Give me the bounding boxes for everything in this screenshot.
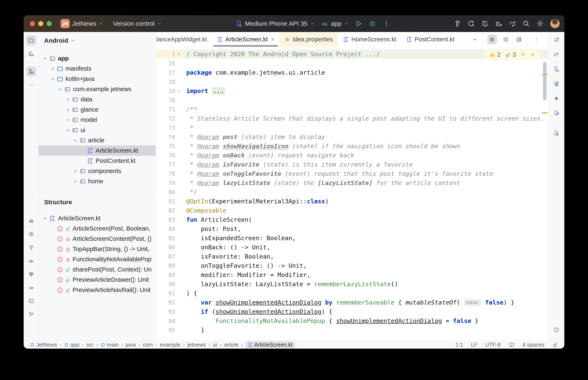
gutter-line-73[interactable]: 73 <box>156 123 184 132</box>
inspection-widget[interactable]: 2 3 <box>485 49 540 60</box>
gutter-line-90[interactable]: 90 <box>156 280 184 289</box>
design-view-button[interactable] <box>514 35 524 44</box>
chevron-down-icon[interactable] <box>49 76 56 83</box>
code-line-70[interactable]: 70 <box>156 95 548 105</box>
chevron-right-icon[interactable] <box>49 65 56 72</box>
run-button[interactable] <box>355 20 363 27</box>
inspection-bubble-icon[interactable] <box>509 342 515 348</box>
code-line-83[interactable]: 83fun ArticleScreen( <box>156 215 548 224</box>
attach-debugger-icon[interactable] <box>495 20 502 27</box>
chevron-down-icon[interactable] <box>64 127 71 134</box>
tab-lanceappwidget-kt[interactable]: lanceAppWidget.kt <box>156 32 212 47</box>
unlock-icon[interactable] <box>552 342 558 348</box>
user-avatar[interactable] <box>550 19 560 28</box>
more-actions-kebab[interactable] <box>383 20 390 27</box>
gutter-line-86[interactable]: 86 <box>156 243 184 252</box>
project-item-kotlin-java[interactable]: kotlin+java <box>39 74 156 84</box>
fold-arrow-icon[interactable] <box>175 88 183 94</box>
tab-list-dropdown-button[interactable] <box>470 35 480 44</box>
project-item-articlescreen-kt[interactable]: ArticleScreen.kt <box>39 146 156 156</box>
project-item-postcontent-kt[interactable]: PostContent.kt <box>39 156 156 166</box>
project-item-model[interactable]: model <box>39 115 156 125</box>
code-line-90[interactable]: 90 lazyListState: LazyListState = rememb… <box>156 280 548 289</box>
profiler-icon[interactable] <box>509 20 516 27</box>
code-line-95[interactable]: 95 } <box>156 325 548 335</box>
chevron-right-icon[interactable] <box>72 178 79 185</box>
code-line-85[interactable]: 85 isExpandedScreen: Boolean, <box>156 233 548 243</box>
breadcrumb-src[interactable]: src <box>86 342 94 348</box>
code-line-72[interactable]: 72 * Stateless Article Screen that displ… <box>156 114 548 123</box>
project-toolwindow-button[interactable] <box>26 35 36 45</box>
structure-item-articlescreen-post-boolean-[interactable]: fArticleScreen(Post, Boolean, <box>39 224 156 234</box>
indent-setting[interactable]: 4 spaces <box>523 342 544 348</box>
structure-toolwindow-button[interactable] <box>26 66 36 76</box>
editor-options-kebab[interactable] <box>531 35 541 44</box>
breadcrumb-jetnews[interactable]: JetNews <box>30 342 57 348</box>
chevron-right-icon[interactable] <box>72 168 79 175</box>
gutter-line-75[interactable]: 75 <box>156 141 184 151</box>
code-line-87[interactable]: 87 isFavorite: Boolean, <box>156 252 548 261</box>
project-item-home[interactable]: home <box>39 176 156 187</box>
gutter-line-85[interactable]: 85 <box>156 233 184 243</box>
code-line-88[interactable]: 88 onToggleFavorite: () -> Unit, <box>156 261 548 270</box>
vcs-menu[interactable]: Version control <box>113 20 162 27</box>
run-configuration-selector[interactable]: app <box>321 20 349 27</box>
gutter-line-17[interactable]: 17 <box>156 68 184 77</box>
tab-postcontent-kt[interactable]: PostContent.kt <box>401 32 460 47</box>
code-line-17[interactable]: 17package com.example.jetnews.ui.article <box>156 68 548 77</box>
breadcrumb-articlescreen-kt[interactable]: ArticleScreen.kt <box>245 341 295 348</box>
problems-toolwindow-button[interactable] <box>551 325 561 335</box>
code-line-84[interactable]: 84 post: Post, <box>156 224 548 233</box>
device-selector[interactable]: Medium Phone API 35 <box>235 20 315 27</box>
structure-item-sharepost-post-context-un[interactable]: fsharePost(Post, Context): Un <box>39 265 156 275</box>
code-line-73[interactable]: 73 * <box>156 123 548 132</box>
gutter-line-80[interactable]: 80 <box>156 188 184 197</box>
breadcrumb-ui[interactable]: ui <box>213 342 217 348</box>
code-line-76[interactable]: 76 * @param onBack (event) request navig… <box>156 151 548 160</box>
code-line-80[interactable]: 80 */ <box>156 188 548 197</box>
resource-manager-button[interactable] <box>26 49 36 59</box>
tab-articlescreen-kt[interactable]: ArticleScreen.kt× <box>212 32 280 47</box>
code-line-78[interactable]: 78 * @param onToggleFavorite (event) req… <box>156 169 548 178</box>
chevron-down-icon[interactable] <box>42 55 49 62</box>
terminal-toolwindow-button[interactable] <box>26 296 36 306</box>
fold-arrow-icon[interactable] <box>175 52 183 57</box>
project-item-data[interactable]: data <box>39 94 156 105</box>
chevron-down-icon[interactable] <box>57 86 64 93</box>
split-view-button[interactable] <box>501 35 510 44</box>
code-line-18[interactable]: 18 <box>156 77 548 86</box>
code-view-button[interactable] <box>487 35 497 44</box>
gutter-line-71[interactable]: 71 <box>156 105 184 114</box>
breadcrumb-main[interactable]: main <box>101 342 119 348</box>
gutter-line-95[interactable]: 95 <box>156 325 184 335</box>
close-window-button[interactable] <box>30 21 35 26</box>
gutter-line-88[interactable]: 88 <box>156 261 184 270</box>
chevron-down-icon[interactable] <box>72 137 79 144</box>
gutter-line-78[interactable]: 78 <box>156 169 184 178</box>
structure-item-functionalitynotavailablepop[interactable]: fFunctionalityNotAvailablePop <box>39 254 156 265</box>
gutter-line-19[interactable]: 19 <box>156 86 184 95</box>
gutter-line-72[interactable]: 72 <box>156 114 184 123</box>
chevron-right-icon[interactable] <box>64 106 71 113</box>
warning-stripe-mark[interactable] <box>542 112 547 114</box>
project-item-components[interactable]: components <box>39 166 156 176</box>
gutter-line-74[interactable]: 74 <box>156 132 184 141</box>
chevron-down-icon[interactable] <box>42 215 49 222</box>
breadcrumb-app[interactable]: app <box>64 342 79 348</box>
passed-indicator[interactable]: 3 <box>505 51 516 58</box>
previous-issue-button[interactable] <box>520 52 526 57</box>
sync-project-icon[interactable]: A <box>467 20 475 27</box>
code-line-71[interactable]: 71/** <box>156 105 548 114</box>
breadcrumb-example[interactable]: example <box>160 342 180 348</box>
settings-gear-icon[interactable] <box>536 20 544 27</box>
line-separator[interactable]: LF <box>471 342 477 348</box>
chevron-right-icon[interactable] <box>64 116 71 124</box>
gutter-line-76[interactable]: 76 <box>156 151 184 160</box>
project-item-glance[interactable]: glance <box>39 105 156 115</box>
code-line-75[interactable]: 75 * @param showNavigationIcon (state) i… <box>156 141 548 151</box>
build-toolwindow-button[interactable] <box>26 243 36 252</box>
project-view-selector[interactable]: Android <box>39 32 156 46</box>
gutter-line-91[interactable]: 91 <box>156 289 184 298</box>
device-manager-button[interactable] <box>551 64 561 74</box>
code-line-74[interactable]: 74 * @param post (state) item to display <box>156 132 548 141</box>
